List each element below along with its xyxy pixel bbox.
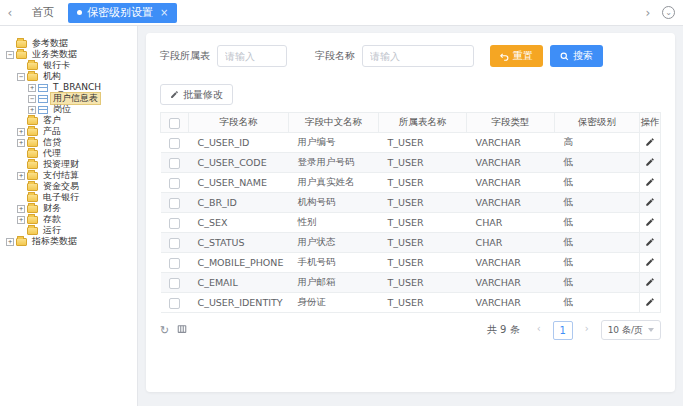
tree-item[interactable]: −用户信息表 (4, 93, 135, 104)
field-list-card: 字段所属表 字段名称 重置 搜索 (146, 33, 675, 392)
tree-item-label: 岗位 (51, 104, 73, 115)
row-checkbox[interactable] (169, 298, 180, 309)
tree-item[interactable]: +信贷 (4, 137, 135, 148)
reset-button[interactable]: 重置 (490, 45, 543, 67)
edit-icon[interactable] (645, 217, 655, 227)
table-header-row: 字段名称 字段中文名称 所属表名称 字段类型 保密级别 操作 (161, 113, 661, 133)
edit-icon[interactable] (645, 157, 655, 167)
table-icon (38, 95, 48, 103)
tab-scroll-left-icon[interactable]: ‹ (0, 6, 20, 20)
tree-item[interactable]: 运行 (4, 225, 135, 236)
tree-item[interactable]: −机构 (4, 71, 135, 82)
expand-icon[interactable]: + (17, 216, 25, 224)
actions-cell (640, 253, 661, 273)
row-checkbox[interactable] (169, 138, 180, 149)
table-name-cell: T_USER (379, 233, 467, 253)
tab-options-icon[interactable]: ⌄ (662, 6, 675, 19)
table-name-cell: T_USER (379, 253, 467, 273)
expand-icon[interactable]: + (17, 139, 25, 147)
edit-icon[interactable] (645, 237, 655, 247)
secrecy-level-cell: 低 (555, 153, 640, 173)
refresh-icon[interactable]: ↻ (160, 325, 169, 336)
edit-icon[interactable] (645, 177, 655, 187)
actions-cell (640, 173, 661, 193)
field-type-cell: VARCHAR (467, 173, 555, 193)
tree-item[interactable]: 代理 (4, 148, 135, 159)
tree-item-label: 运行 (41, 225, 63, 236)
tree-item[interactable]: 银行卡 (4, 60, 135, 71)
main-area: 字段所属表 字段名称 重置 搜索 (138, 26, 683, 406)
batch-edit-button[interactable]: 批量修改 (160, 84, 233, 105)
field-type-cell: VARCHAR (467, 193, 555, 213)
field-type-cell: VARCHAR (467, 153, 555, 173)
tree-item[interactable]: +财务 (4, 203, 135, 214)
prev-page-button[interactable]: ‹ (530, 321, 548, 339)
collapse-icon[interactable]: − (28, 95, 36, 103)
expander-spacer (17, 161, 25, 169)
expand-icon[interactable]: + (17, 128, 25, 136)
tree-item[interactable]: +T_BRANCH (4, 82, 135, 93)
field-name-input[interactable] (362, 45, 474, 67)
tree-item[interactable]: 投资理财 (4, 159, 135, 170)
collapse-icon[interactable]: − (17, 73, 25, 81)
page-size-select[interactable]: 10 条/页 (601, 320, 661, 340)
table-icon (38, 106, 48, 114)
row-checkbox[interactable] (169, 258, 180, 269)
edit-icon[interactable] (645, 257, 655, 267)
field-name-cell: C_STATUS (189, 233, 289, 253)
edit-icon[interactable] (645, 197, 655, 207)
table-name-cell: T_USER (379, 273, 467, 293)
expand-icon[interactable]: + (28, 106, 36, 114)
edit-icon[interactable] (645, 277, 655, 287)
tree-item[interactable]: −业务类数据 (4, 49, 135, 60)
table-row: C_USER_NAME用户真实姓名T_USERVARCHAR低 (161, 173, 661, 193)
tree-item[interactable]: +产品 (4, 126, 135, 137)
secrecy-level-cell: 低 (555, 233, 640, 253)
search-button[interactable]: 搜索 (550, 45, 603, 67)
edit-icon[interactable] (645, 137, 655, 147)
tree-item[interactable]: +指标类数据 (4, 236, 135, 247)
page-1-button[interactable]: 1 (553, 321, 573, 340)
field-name-cell: C_USER_ID (189, 133, 289, 153)
row-checkbox[interactable] (169, 278, 180, 289)
field-name-cell: C_EMAIL (189, 273, 289, 293)
expand-icon[interactable]: + (28, 84, 36, 92)
tree-item[interactable]: +岗位 (4, 104, 135, 115)
column-header-field-name: 字段名称 (189, 113, 289, 133)
folder-icon (27, 161, 38, 169)
row-checkbox[interactable] (169, 198, 180, 209)
edit-icon[interactable] (645, 297, 655, 307)
expand-icon[interactable]: + (17, 172, 25, 180)
actions-cell (640, 233, 661, 253)
field-table-input[interactable] (217, 45, 287, 67)
column-settings-icon[interactable] (177, 324, 187, 336)
column-header-secrecy-level: 保密级别 (555, 113, 640, 133)
tree-item[interactable]: 资金交易 (4, 181, 135, 192)
tree-item[interactable]: 电子银行 (4, 192, 135, 203)
tab-security-level-settings[interactable]: 保密级别设置 × (68, 3, 177, 23)
batch-edit-label: 批量修改 (183, 88, 223, 102)
folder-icon (27, 150, 38, 158)
tree-item[interactable]: 参考数据 (4, 38, 135, 49)
tree-item[interactable]: +存款 (4, 214, 135, 225)
row-checkbox[interactable] (169, 218, 180, 229)
tab-scroll-right-icon[interactable]: › (638, 6, 658, 20)
expand-icon[interactable]: + (17, 205, 25, 213)
expand-icon[interactable]: + (6, 238, 14, 246)
tab-home[interactable]: 首页 (20, 0, 66, 26)
next-page-button[interactable]: › (578, 321, 596, 339)
content-area: 参考数据−业务类数据银行卡−机构+T_BRANCH−用户信息表+岗位客户+产品+… (0, 26, 683, 406)
row-checkbox[interactable] (169, 158, 180, 169)
select-all-checkbox[interactable] (169, 118, 180, 129)
tree-item[interactable]: 客户 (4, 115, 135, 126)
folder-icon (27, 194, 38, 202)
collapse-icon[interactable]: − (6, 51, 14, 59)
row-checkbox[interactable] (169, 178, 180, 189)
folder-icon (27, 62, 38, 70)
folder-icon (27, 216, 38, 224)
row-checkbox[interactable] (169, 238, 180, 249)
secrecy-level-cell: 低 (555, 273, 640, 293)
tab-close-icon[interactable]: × (160, 7, 168, 18)
tree-item[interactable]: +支付结算 (4, 170, 135, 181)
folder-icon (27, 183, 38, 191)
